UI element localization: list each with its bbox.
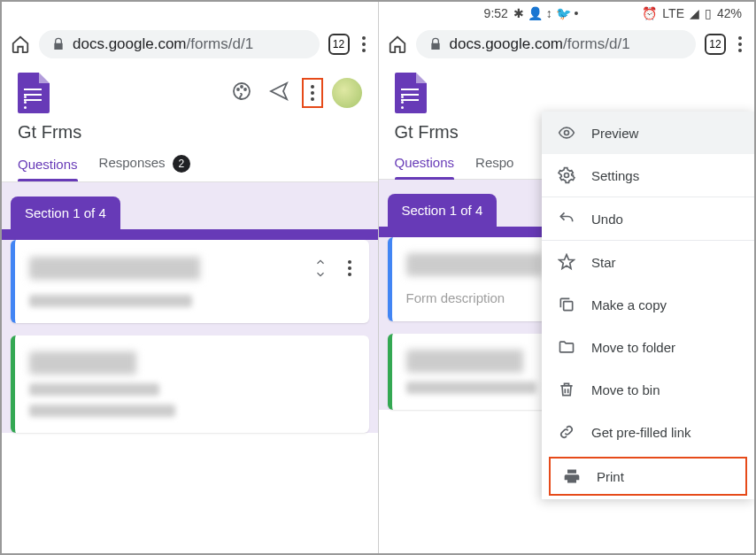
tab-questions[interactable]: Questions [18,157,78,181]
home-icon[interactable] [388,35,407,54]
screenshot-container: docs.google.com/forms/d/1 12 Gt Frms Que… [0,0,756,555]
url-bar[interactable]: docs.google.com/forms/d/1 [39,30,320,58]
print-icon [563,467,581,485]
title-card[interactable] [11,240,369,323]
avatar[interactable] [332,78,362,108]
section-area: Section 1 of 4 [2,182,378,433]
menu-label: Undo [591,212,623,227]
forms-toolbar [2,64,378,119]
tab-count[interactable]: 12 [705,34,726,55]
overflow-menu: Preview Settings Undo Star Make a copy [542,112,754,499]
blurred-option [29,383,159,396]
forms-toolbar [379,64,755,119]
menu-print[interactable]: Print [547,455,749,497]
menu-star[interactable]: Star [542,241,754,283]
blurred-description [29,295,192,307]
browser-menu-icon[interactable] [359,33,369,56]
status-time: 9:52 [484,6,508,20]
address-bar: docs.google.com/forms/d/1 12 [379,25,755,64]
link-icon [558,423,575,441]
collapse-icon[interactable] [314,256,327,281]
status-lte: LTE [662,6,684,20]
menu-label: Get pre-filled link [591,425,691,440]
menu-label: Star [591,255,616,270]
menu-undo[interactable]: Undo [542,197,754,240]
svg-point-1 [237,89,239,90]
card-menu-icon[interactable] [344,257,355,280]
eye-icon [558,124,575,142]
responses-badge: 2 [173,155,190,173]
svg-point-2 [241,86,243,88]
address-bar: docs.google.com/forms/d/1 12 [2,25,378,64]
left-pane: docs.google.com/forms/d/1 12 Gt Frms Que… [2,2,379,553]
url-text: docs.google.com/forms/d/1 [73,35,253,53]
status-bar [2,2,378,25]
menu-prefilled-link[interactable]: Get pre-filled link [542,411,754,453]
forms-logo-icon[interactable] [18,73,50,113]
tab-questions[interactable]: Questions [395,155,455,179]
svg-rect-6 [564,302,573,311]
alarm-icon: ⏰ [642,6,657,20]
svg-point-4 [565,131,569,135]
menu-make-copy[interactable]: Make a copy [542,283,754,326]
signal-icon: ◢ [690,6,699,20]
tab-responses[interactable]: Respo [475,155,513,179]
section-chip: Section 1 of 4 [11,197,120,229]
menu-move-bin[interactable]: Move to bin [542,368,754,411]
gear-icon [558,166,575,184]
menu-label: Preview [591,126,638,141]
section-chip: Section 1 of 4 [388,194,498,227]
undo-icon [558,210,575,227]
question-card[interactable] [11,335,369,433]
palette-icon[interactable] [228,77,256,109]
blurred-option [406,382,536,394]
star-icon [558,253,575,271]
lock-icon [51,37,66,51]
url-bar[interactable]: docs.google.com/forms/d/1 [416,30,697,58]
menu-settings[interactable]: Settings [542,154,754,197]
tab-responses[interactable]: Responses 2 [99,155,190,181]
forms-logo-icon[interactable] [395,73,427,113]
svg-point-5 [565,173,569,178]
menu-preview[interactable]: Preview [542,112,754,154]
tab-responses-label: Responses [99,155,166,170]
form-title: Gt Frms [2,119,378,155]
menu-label: Move to bin [591,382,660,397]
lock-icon [428,37,443,51]
battery-icon: ▯ [705,6,712,20]
url-text: docs.google.com/forms/d/1 [450,35,630,53]
status-bar: 9:52 ✱ 👤 ↕ 🐦 • ⏰ LTE ◢ ▯ 42% [379,2,755,25]
more-options-icon[interactable] [302,78,323,108]
right-pane: 9:52 ✱ 👤 ↕ 🐦 • ⏰ LTE ◢ ▯ 42% docs.google… [379,2,755,553]
trash-icon [558,381,575,398]
menu-label: Move to folder [591,340,675,355]
blurred-option [29,405,175,417]
status-battery: 42% [717,6,742,20]
blurred-title [29,257,314,280]
svg-point-3 [244,89,246,90]
menu-label: Settings [591,168,639,183]
tabs: Questions Responses 2 [2,155,378,182]
menu-move-folder[interactable]: Move to folder [542,326,754,368]
menu-label: Make a copy [591,297,667,312]
copy-icon [558,296,575,313]
home-icon[interactable] [11,35,30,54]
tab-count[interactable]: 12 [328,34,350,55]
send-icon[interactable] [265,77,293,109]
status-icons: ✱ 👤 ↕ 🐦 • [513,6,578,20]
folder-icon [558,338,575,356]
blurred-question [29,351,208,374]
menu-label: Print [597,469,624,484]
browser-menu-icon[interactable] [735,33,745,56]
